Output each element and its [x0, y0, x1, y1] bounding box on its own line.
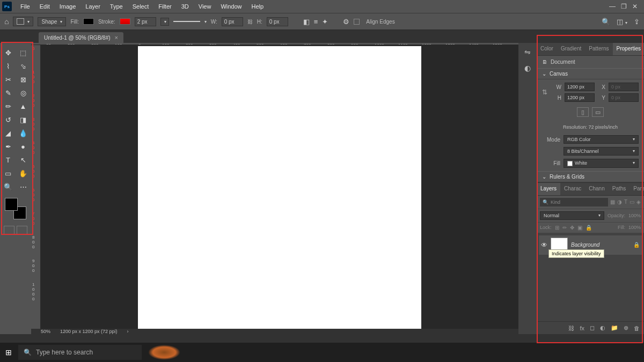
canvas-height-input[interactable]	[565, 93, 595, 102]
stroke-width-input[interactable]	[135, 17, 156, 26]
menu-image[interactable]: Image	[55, 2, 80, 11]
stroke-style-dropdown[interactable]: ▾	[160, 18, 169, 26]
taskbar-search[interactable]: 🔍 Type here to search	[18, 345, 142, 360]
menu-select[interactable]: Select	[128, 2, 153, 11]
eyedropper-tool[interactable]: ✎	[2, 87, 14, 99]
eraser-tool[interactable]: ◨	[17, 114, 30, 125]
lock-position-icon[interactable]: ✥	[570, 225, 574, 231]
rectangle-tool[interactable]: ▭	[2, 168, 14, 179]
foreground-color-swatch[interactable]	[5, 198, 18, 211]
shape-preset-dropdown[interactable]: ▾	[13, 17, 33, 26]
color-picker[interactable]	[5, 198, 26, 219]
menu-window[interactable]: Window	[216, 2, 246, 11]
link-layers-icon[interactable]: ⛓	[568, 325, 574, 331]
filter-type-icon[interactable]: T	[624, 199, 627, 205]
filter-smart-icon[interactable]: ◈	[636, 199, 641, 205]
pen-tool[interactable]: ✒	[2, 141, 14, 152]
fill-swatch[interactable]	[83, 18, 94, 25]
menu-edit[interactable]: Edit	[35, 2, 54, 11]
rulers-grids-heading[interactable]: ⌄Rulers & Grids	[537, 171, 644, 182]
rect-marquee-tool[interactable]: ⬚	[17, 47, 30, 58]
search-icon[interactable]: 🔍	[602, 18, 610, 26]
portrait-button[interactable]: ▯	[577, 107, 589, 117]
taskbar-app-icon[interactable]	[148, 345, 180, 360]
new-layer-icon[interactable]: ⊕	[624, 324, 628, 331]
filter-adjust-icon[interactable]: ◑	[617, 199, 622, 205]
opt-width-input[interactable]	[222, 17, 243, 26]
tab-layers[interactable]: Layers	[537, 183, 560, 195]
status-menu-chevron[interactable]: ›	[127, 329, 129, 334]
filter-pixel-icon[interactable]: ▦	[610, 199, 615, 205]
landscape-button[interactable]: ▭	[592, 107, 604, 117]
canvas-viewport[interactable]	[41, 45, 518, 329]
visibility-toggle[interactable]: 👁	[541, 241, 547, 249]
maximize-button[interactable]: ❐	[621, 3, 627, 10]
close-icon[interactable]: ×	[115, 34, 118, 41]
workspace-icon[interactable]: ◫ ▾	[617, 18, 627, 26]
delete-layer-icon[interactable]: 🗑	[634, 325, 640, 331]
tab-color[interactable]: Color	[537, 43, 557, 55]
tab-gradient[interactable]: Gradient	[557, 43, 585, 55]
menu-layer[interactable]: Layer	[81, 2, 105, 11]
patch-tool[interactable]: ◎	[17, 87, 30, 99]
pathops-icon[interactable]: ◧	[303, 18, 310, 26]
menu-help[interactable]: Help	[247, 2, 268, 11]
stamp-tool[interactable]: ▲	[17, 101, 30, 112]
link-dims-icon[interactable]: ⇅	[542, 88, 547, 96]
layer-mask-icon[interactable]: ◻	[590, 324, 595, 331]
zoom-level[interactable]: 50%	[41, 329, 50, 334]
tab-properties[interactable]: Properties	[613, 43, 644, 55]
opt-height-input[interactable]	[267, 17, 288, 26]
path-select-tool[interactable]: ↖	[17, 154, 30, 166]
layer-filter-search[interactable]: 🔍 Kind	[540, 198, 608, 206]
standard-mode-button[interactable]	[4, 226, 14, 234]
blur-tool[interactable]: 💧	[17, 128, 30, 139]
stroke-preview[interactable]	[173, 21, 200, 22]
gradient-tool[interactable]: ◢	[2, 128, 14, 139]
dodge-tool[interactable]: ●	[17, 141, 30, 152]
align-icon[interactable]: ≡	[314, 18, 318, 26]
frame-tool[interactable]: ⊠	[17, 74, 30, 85]
lasso-tool[interactable]: ⌇	[2, 61, 14, 72]
color-mode-select[interactable]: RGB Color▾	[564, 135, 639, 144]
layer-group-icon[interactable]: 📁	[611, 324, 618, 331]
layer-fx-icon[interactable]: fx	[580, 325, 584, 331]
canvas-heading[interactable]: ⌄Canvas	[537, 68, 644, 79]
close-button[interactable]: ✕	[632, 3, 638, 10]
share-icon[interactable]: ⇪	[634, 18, 640, 26]
canvas-width-input[interactable]	[565, 83, 595, 91]
minimize-button[interactable]: —	[609, 3, 616, 10]
lock-transparency-icon[interactable]: ⊞	[555, 225, 559, 231]
artboard[interactable]	[138, 46, 421, 329]
brush-tool[interactable]: ✏	[2, 101, 14, 112]
menu-type[interactable]: Type	[106, 2, 127, 11]
quick-select-tool[interactable]: ⬂	[17, 61, 30, 72]
start-button[interactable]: ⊞	[5, 348, 12, 357]
stroke-swatch[interactable]	[120, 18, 130, 25]
align-edges-checkbox[interactable]	[354, 19, 360, 25]
layer-name[interactable]: Background	[571, 242, 630, 248]
tab-paragraph[interactable]: Paragr	[630, 183, 644, 195]
tab-patterns[interactable]: Patterns	[585, 43, 612, 55]
crop-tool[interactable]: ✂	[2, 74, 14, 85]
link-icon[interactable]: ⛓	[247, 19, 253, 25]
menu-file[interactable]: File	[16, 2, 34, 11]
edit-toolbar[interactable]: ⋯	[17, 181, 30, 193]
tab-character[interactable]: Charac	[560, 183, 585, 195]
filter-shape-icon[interactable]: ▭	[630, 199, 634, 205]
info-panel-icon[interactable]: ◐	[522, 62, 533, 74]
shape-mode-dropdown[interactable]: Shape▾	[38, 17, 66, 26]
layer-background[interactable]: 👁 Background 🔒 Indicates layer visibilit…	[539, 235, 642, 255]
stroke-preview-caret[interactable]: ▾	[204, 19, 207, 24]
menu-filter[interactable]: Filter	[154, 2, 175, 11]
home-icon[interactable]: ⌂	[4, 17, 9, 26]
history-brush-tool[interactable]: ↺	[2, 114, 14, 125]
zoom-tool[interactable]: 🔍	[2, 181, 14, 193]
arrange-icon[interactable]: ✦	[322, 18, 328, 26]
tab-channels[interactable]: Chann	[585, 183, 608, 195]
document-tab[interactable]: Untitled-1 @ 50% (RGB/8#) ×	[39, 32, 123, 43]
history-panel-icon[interactable]: ⇋	[522, 46, 533, 58]
menu-3d[interactable]: 3D	[177, 2, 193, 11]
menu-view[interactable]: View	[194, 2, 216, 11]
hand-tool[interactable]: ✋	[17, 168, 30, 179]
